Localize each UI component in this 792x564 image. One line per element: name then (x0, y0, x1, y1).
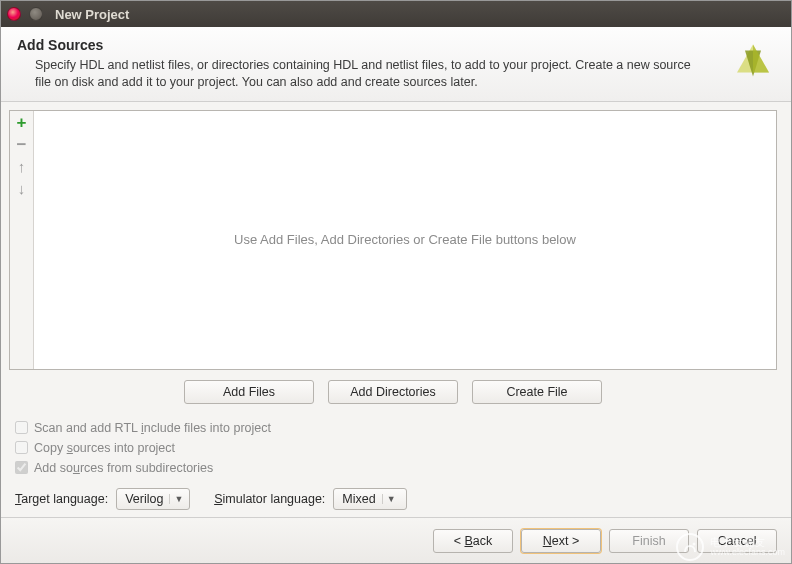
close-icon[interactable] (7, 7, 21, 21)
titlebar: New Project (1, 1, 791, 27)
target-language-label: Target language: (15, 492, 108, 506)
sources-list: + − ↑ ↓ Use Add Files, Add Directories o… (9, 110, 777, 370)
minimize-icon[interactable] (29, 7, 43, 21)
target-language-combo[interactable]: Verilog ▼ (116, 488, 190, 510)
add-subdirs-checkbox[interactable] (15, 461, 28, 474)
vivado-logo-icon (731, 40, 775, 87)
next-button[interactable]: Next > (521, 529, 601, 553)
sources-toolstrip: + − ↑ ↓ (10, 111, 34, 369)
add-directories-button[interactable]: Add Directories (328, 380, 458, 404)
back-button[interactable]: < Back (433, 529, 513, 553)
add-icon[interactable]: + (14, 115, 30, 131)
chevron-down-icon: ▼ (169, 494, 183, 504)
sources-actions: Add Files Add Directories Create File (9, 370, 777, 418)
simulator-language-combo[interactable]: Mixed ▼ (333, 488, 407, 510)
copy-sources-label: Copy sources into project (34, 441, 175, 455)
window-title: New Project (55, 7, 129, 22)
language-row: Target language: Verilog ▼ Simulator lan… (15, 488, 777, 510)
target-language-value: Verilog (125, 492, 163, 506)
scan-rtl-label: Scan and add RTL include files into proj… (34, 421, 271, 435)
simulator-language-value: Mixed (342, 492, 375, 506)
add-subdirs-checkbox-row: Add sources from subdirectories (15, 461, 777, 475)
wizard-header: Add Sources Specify HDL and netlist file… (1, 27, 791, 102)
wizard-footer: < Back Next > Finish Cancel 电子发烧友 www.el… (1, 517, 791, 563)
simulator-language-label: Simulator language: (214, 492, 325, 506)
finish-button[interactable]: Finish (609, 529, 689, 553)
scan-rtl-checkbox-row: Scan and add RTL include files into proj… (15, 421, 777, 435)
add-subdirs-label: Add sources from subdirectories (34, 461, 213, 475)
wizard-content: + − ↑ ↓ Use Add Files, Add Directories o… (1, 102, 791, 517)
page-description: Specify HDL and netlist files, or direct… (17, 57, 775, 91)
sources-placeholder: Use Add Files, Add Directories or Create… (34, 111, 776, 369)
new-project-window: New Project Add Sources Specify HDL and … (0, 0, 792, 564)
svg-marker-2 (753, 44, 769, 72)
copy-sources-checkbox-row: Copy sources into project (15, 441, 777, 455)
copy-sources-checkbox[interactable] (15, 441, 28, 454)
create-file-button[interactable]: Create File (472, 380, 602, 404)
move-up-icon[interactable]: ↑ (14, 159, 30, 175)
add-files-button[interactable]: Add Files (184, 380, 314, 404)
scan-rtl-checkbox[interactable] (15, 421, 28, 434)
page-title: Add Sources (17, 37, 775, 53)
svg-point-3 (693, 543, 696, 546)
chevron-down-icon: ▼ (382, 494, 396, 504)
cancel-button[interactable]: Cancel (697, 529, 777, 553)
remove-icon[interactable]: − (14, 137, 30, 153)
move-down-icon[interactable]: ↓ (14, 181, 30, 197)
